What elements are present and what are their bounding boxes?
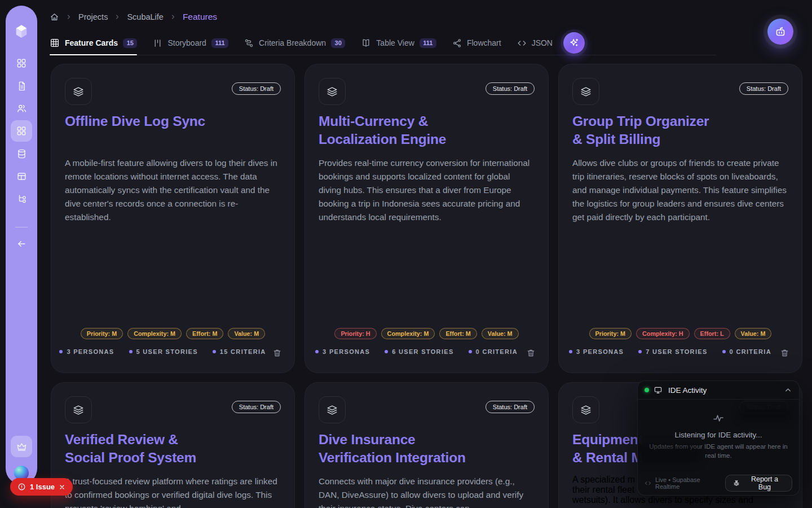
feature-card[interactable]: Status: Draft Multi-Currency &Localizati… <box>304 64 549 373</box>
status-badge: Status: Draft <box>739 82 788 95</box>
code-icon <box>517 38 527 48</box>
value-tag: Value: M <box>228 328 265 339</box>
app-logo-icon <box>14 24 29 40</box>
card-stats: 3 PERSONAS 5 USER STORIES 15 CRITERIA <box>65 348 261 355</box>
sidebar-item-documents[interactable] <box>11 75 32 97</box>
feature-card[interactable]: Status: Draft Offline Dive Log Sync A mo… <box>51 64 295 373</box>
card-title: Multi-Currency &Localization Engine <box>319 112 535 148</box>
card-title: Dive InsuranceVerification Integration <box>319 431 535 467</box>
sidebar-item-tree[interactable] <box>11 188 32 209</box>
tab-json[interactable]: JSON <box>517 31 553 55</box>
layers-icon <box>319 396 346 423</box>
trash-icon <box>526 348 536 358</box>
feature-card[interactable]: Status: Draft Verified Review &Social Pr… <box>51 382 295 508</box>
chevron-right-icon <box>65 14 72 20</box>
sparkles-icon <box>568 37 580 49</box>
home-icon <box>50 12 59 22</box>
tab-criteria-breakdown[interactable]: Criteria Breakdown 30 <box>244 31 345 55</box>
dashboard-icon <box>16 58 27 69</box>
tab-storyboard[interactable]: Storyboard 111 <box>153 31 228 55</box>
code-small-icon <box>645 480 651 487</box>
breadcrumb-projects[interactable]: Projects <box>78 12 108 21</box>
sidebar-item-dashboard[interactable] <box>11 52 32 74</box>
kanban-icon <box>153 38 162 48</box>
priority-tag: Priority: M <box>81 328 123 339</box>
alert-circle-icon <box>17 483 26 491</box>
sidebar-item-personas[interactable] <box>11 98 32 119</box>
complexity-tag: Complexity: H <box>636 328 690 339</box>
crown-icon <box>16 441 27 452</box>
effort-tag: Effort: L <box>694 328 730 339</box>
tab-flowchart[interactable]: Flowchart <box>452 31 501 55</box>
status-badge: Status: Draft <box>232 82 281 95</box>
card-stats: 3 PERSONAS 6 USER STORIES 0 CRITERIA <box>319 348 514 355</box>
report-bug-button[interactable]: Report a Bug <box>725 475 792 492</box>
breadcrumb: Projects ScubaLife Features <box>50 11 217 23</box>
personas-count: 3 PERSONAS <box>323 348 370 355</box>
sidebar-item-features[interactable] <box>11 120 32 142</box>
priority-tag: Priority: M <box>589 328 632 339</box>
bot-icon <box>774 25 787 38</box>
tab-bar: Feature Cards 15 Storyboard 111 Criteria… <box>50 31 716 55</box>
issue-badge-label: 1 Issue <box>30 483 55 491</box>
chevron-right-icon <box>114 14 121 20</box>
sidebar <box>6 6 37 484</box>
card-stats: 3 PERSONAS 7 USER STORIES 0 CRITERIA <box>572 348 768 355</box>
complexity-tag: Complexity: M <box>127 328 182 339</box>
tab-count-badge: 15 <box>123 38 137 48</box>
effort-tag: Effort: M <box>186 328 223 339</box>
status-badge: Status: Draft <box>486 401 535 413</box>
ide-panel-header: IDE Activity <box>638 381 799 400</box>
ide-empty-state-title: Listening for IDE activity... <box>674 431 762 439</box>
layers-icon <box>572 78 599 105</box>
breadcrumb-project[interactable]: ScubaLife <box>127 12 164 21</box>
chatbot-button[interactable] <box>767 19 793 45</box>
bug-icon <box>732 479 740 487</box>
tab-count-badge: 111 <box>211 38 228 48</box>
tree-icon <box>16 194 27 204</box>
status-badge: Status: Draft <box>232 401 281 413</box>
user-stories-count: 6 USER STORIES <box>392 348 453 355</box>
card-description: Allows dive clubs or groups of friends t… <box>572 156 788 224</box>
feature-card[interactable]: Status: Draft Group Trip Organizer& Spli… <box>558 64 802 373</box>
chevron-right-icon <box>170 14 176 20</box>
ai-assistant-button[interactable] <box>563 32 585 54</box>
layers-icon <box>319 78 346 105</box>
close-icon[interactable] <box>59 484 65 491</box>
complexity-tag: Complexity: M <box>381 328 435 339</box>
collapse-panel-button[interactable] <box>784 386 792 395</box>
back-arrow-icon <box>16 238 27 249</box>
delete-card-button[interactable] <box>272 348 282 358</box>
trash-icon <box>780 348 789 358</box>
features-grid-icon <box>16 125 27 137</box>
book-open-icon <box>361 38 371 48</box>
effort-tag: Effort: M <box>439 328 476 339</box>
user-stories-count: 5 USER STORIES <box>136 348 198 355</box>
tab-feature-cards[interactable]: Feature Cards 15 <box>50 31 137 55</box>
card-description: Connects with major dive insurance provi… <box>319 475 535 508</box>
value-tag: Value: M <box>482 328 519 339</box>
sidebar-item-database[interactable] <box>11 143 32 164</box>
upgrade-button[interactable] <box>11 436 32 457</box>
personas-count: 3 PERSONAS <box>67 348 114 355</box>
user-stories-count: 7 USER STORIES <box>646 348 707 355</box>
live-status-dot <box>645 388 649 392</box>
database-icon <box>16 148 27 159</box>
delete-card-button[interactable] <box>526 348 536 358</box>
layers-icon <box>572 396 599 423</box>
delete-card-button[interactable] <box>780 348 789 358</box>
monitor-icon <box>654 386 663 395</box>
criteria-count: 0 CRITERIA <box>730 348 771 355</box>
activity-icon <box>712 411 725 425</box>
card-description: A trust-focused review platform where ra… <box>65 475 281 508</box>
realtime-status: Live • Supabase Realtime <box>645 476 725 490</box>
status-badge: Status: Draft <box>486 82 535 95</box>
issue-badge[interactable]: 1 Issue <box>10 478 73 496</box>
criteria-count: 0 CRITERIA <box>476 348 518 355</box>
sidebar-item-table[interactable] <box>11 165 32 187</box>
feature-card[interactable]: Status: Draft Dive InsuranceVerification… <box>304 382 549 508</box>
sidebar-back-button[interactable] <box>11 233 32 255</box>
tab-count-badge: 111 <box>420 38 436 48</box>
breadcrumb-home-button[interactable] <box>50 12 59 22</box>
tab-table-view[interactable]: Table View 111 <box>361 31 436 55</box>
